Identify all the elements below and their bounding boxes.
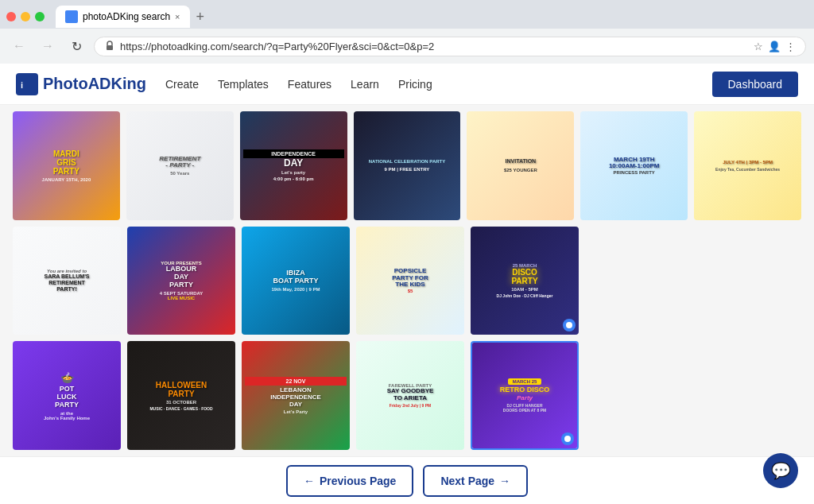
card-july4[interactable]: JULY 4TH | 3PM - 5PM Enjoy Tea, Cucumber… bbox=[694, 111, 801, 220]
address-bar[interactable]: https://photoadking.com/search/?q=Party%… bbox=[94, 37, 806, 56]
card-independence-content: INDEPENDENCE DAY Let's party 4:00 pm - 6… bbox=[240, 111, 347, 220]
card-sara-content: You are invited to Sara Bellum'sRetireme… bbox=[13, 227, 121, 335]
svg-rect-1 bbox=[107, 45, 113, 50]
card-potluck-title: POTLUCKPARTY bbox=[55, 386, 79, 409]
card-invitation-title: Invitation bbox=[506, 158, 537, 165]
chat-button[interactable]: 💬 bbox=[763, 453, 798, 488]
secure-icon bbox=[104, 41, 115, 52]
card-ibiza-date: 19th May, 2020 | 9 PM bbox=[272, 287, 320, 292]
previous-page-button[interactable]: ← Previous Page bbox=[286, 465, 414, 497]
next-arrow-icon: → bbox=[499, 475, 510, 487]
card-farewell-date: Friday 2nd July | 9 PM bbox=[390, 403, 432, 408]
card-july4-subtitle: Enjoy Tea, Cucumber Sandwiches bbox=[715, 167, 780, 172]
card-potluck-host: at theJohn's Family Home bbox=[44, 411, 90, 421]
reload-button[interactable]: ↻ bbox=[65, 35, 87, 57]
navbar: i PhotoADKing Create Templates Features … bbox=[0, 64, 814, 105]
nav-links: Create Templates Features Learn Pricing bbox=[165, 78, 712, 91]
card-mardi-subtitle: JANUARY 15TH, 2020 bbox=[42, 177, 91, 182]
empty-row2 bbox=[585, 227, 801, 335]
card-lebanon-title: LEBANONINDEPENDENCEDAY bbox=[270, 387, 321, 408]
card-mardi-title: MARDIGrisParty bbox=[53, 149, 79, 176]
card-retro-doors: DOORS OPEN AT 8 PM bbox=[503, 408, 546, 413]
card-retirement-title: RETIREMENT- party - bbox=[159, 156, 200, 170]
menu-icon[interactable]: ⋮ bbox=[785, 41, 796, 52]
card-halloween-content: HALLOWEENPARTY 31 OCTOBER MUSIC · DANCE … bbox=[127, 341, 235, 450]
card-celebration-top: NATIONAL CELEBRATION PARTY bbox=[369, 159, 446, 164]
next-page-label: Next Page bbox=[440, 475, 494, 487]
back-button[interactable]: ← bbox=[8, 35, 30, 57]
row-3: 🍲 POTLUCKPARTY at theJohn's Family Home … bbox=[13, 341, 801, 450]
url-text: https://photoadking.com/search/?q=Party%… bbox=[120, 41, 434, 52]
card-farewell-content: FAREWELL PARTY SAY GOODBYETO ARIETA Frid… bbox=[356, 341, 464, 450]
card-disco-title: DISCOPARTY bbox=[511, 268, 537, 285]
card-farewell-title: SAY GOODBYETO ARIETA bbox=[387, 388, 434, 402]
card-potluck-content: 🍲 POTLUCKPARTY at theJohn's Family Home bbox=[13, 341, 121, 450]
card-mardi-gras[interactable]: MARDIGrisParty JANUARY 15TH, 2020 bbox=[13, 111, 120, 220]
card-celebration[interactable]: NATIONAL CELEBRATION PARTY 9 PM | FREE E… bbox=[354, 111, 461, 220]
card-farewell[interactable]: FAREWELL PARTY SAY GOODBYETO ARIETA Frid… bbox=[356, 341, 464, 450]
card-retro-party: Party bbox=[517, 394, 533, 401]
nav-learn[interactable]: Learn bbox=[351, 78, 379, 91]
close-window-dot[interactable] bbox=[6, 12, 16, 21]
logo[interactable]: i PhotoADKing bbox=[16, 73, 146, 95]
address-bar-icons: ☆ 👤 ⋮ bbox=[754, 41, 796, 52]
card-halloween[interactable]: HALLOWEENPARTY 31 OCTOBER MUSIC · DANCE … bbox=[127, 341, 235, 450]
card-retro-date-badge: MARCH 25 bbox=[508, 378, 542, 385]
browser-tabs: photoADKing search × + bbox=[0, 0, 814, 29]
card-labour-music: LIVE MUSIC bbox=[168, 296, 195, 300]
forward-button[interactable]: → bbox=[37, 35, 59, 57]
card-sara-title: Sara Bellum'sRetirementParty! bbox=[44, 273, 89, 292]
tab-favicon bbox=[65, 10, 78, 23]
active-tab[interactable]: photoADKing search × bbox=[56, 6, 190, 28]
nav-create[interactable]: Create bbox=[165, 78, 199, 91]
svg-text:i: i bbox=[21, 80, 23, 90]
minimize-window-dot[interactable] bbox=[21, 12, 30, 21]
card-invitation[interactable]: Invitation $25 YOUNGER bbox=[467, 111, 574, 220]
card-labour-day[interactable]: YOUR PRESENTS LABOURDAYPARTY 4 SEPT SATU… bbox=[127, 227, 235, 335]
svg-point-0 bbox=[68, 13, 76, 21]
nav-features[interactable]: Features bbox=[288, 78, 331, 91]
next-page-button[interactable]: Next Page → bbox=[423, 465, 528, 497]
cards-grid: MARDIGrisParty JANUARY 15TH, 2020 RETIRE… bbox=[13, 111, 801, 450]
card-retro-disco[interactable]: MARCH 25 RETRO DISCO Party DJ CLIFF HANG… bbox=[471, 341, 579, 450]
card-labour-date: 4 SEPT SATURDAY bbox=[160, 291, 204, 296]
new-tab-button[interactable]: + bbox=[193, 9, 208, 25]
empty-row3 bbox=[585, 341, 801, 450]
bookmark-icon[interactable]: ☆ bbox=[754, 41, 763, 52]
card-lebanon-subtitle: Let's Party bbox=[284, 409, 308, 414]
card-popsicle-content: POPSICLEPARTY FORTHE KIDS $5 bbox=[356, 227, 464, 335]
card-march19-title: MARCH 19TH10:00AM-1:00PM bbox=[609, 157, 660, 171]
tab-close-button[interactable]: × bbox=[175, 12, 180, 21]
card-july4-content: JULY 4TH | 3PM - 5PM Enjoy Tea, Cucumber… bbox=[694, 111, 801, 220]
card-march19-content: MARCH 19TH10:00AM-1:00PM PRINCESS PARTY bbox=[580, 111, 688, 220]
card-retro-content: MARCH 25 RETRO DISCO Party DJ CLIFF HANG… bbox=[472, 343, 577, 448]
card-popsicle-title: POPSICLEPARTY FORTHE KIDS bbox=[392, 268, 428, 289]
prev-page-label: Previous Page bbox=[320, 475, 397, 487]
card-disco-party[interactable]: 25 MARCH DISCOPARTY 10AM - 5PM DJ John D… bbox=[471, 227, 579, 335]
card-independence-day[interactable]: INDEPENDENCE DAY Let's party 4:00 pm - 6… bbox=[240, 111, 347, 220]
card-sara-bellum[interactable]: You are invited to Sara Bellum'sRetireme… bbox=[13, 227, 121, 335]
dashboard-button[interactable]: Dashboard bbox=[712, 72, 799, 97]
card-celebration-content: NATIONAL CELEBRATION PARTY 9 PM | FREE E… bbox=[354, 111, 461, 220]
card-potluck-icon: 🍲 bbox=[60, 371, 74, 384]
card-halloween-title: HALLOWEENPARTY bbox=[156, 381, 207, 398]
card-labour-title: LABOURDAYPARTY bbox=[166, 266, 197, 289]
card-popsicle[interactable]: POPSICLEPARTY FORTHE KIDS $5 bbox=[356, 227, 464, 335]
website-content: i PhotoADKing Create Templates Features … bbox=[0, 64, 814, 504]
card-potluck[interactable]: 🍲 POTLUCKPARTY at theJohn's Family Home bbox=[13, 341, 121, 450]
card-retro-title: RETRO DISCO bbox=[500, 386, 550, 394]
card-lebanon-date: 22 NOV bbox=[245, 377, 347, 386]
address-bar-row: ← → ↻ https://photoadking.com/search/?q=… bbox=[0, 29, 814, 64]
card-halloween-desc: MUSIC · DANCE · GAMES · FOOD bbox=[149, 406, 212, 411]
card-disco-dj: DJ John Doe · DJ Cliff Hanger bbox=[497, 293, 553, 298]
account-icon[interactable]: 👤 bbox=[768, 41, 781, 52]
card-lebanon[interactable]: 22 NOV LEBANONINDEPENDENCEDAY Let's Part… bbox=[242, 341, 350, 450]
card-ibiza-boat[interactable]: IbizaBOAT PARTY 19th May, 2020 | 9 PM bbox=[242, 227, 350, 335]
maximize-window-dot[interactable] bbox=[35, 12, 45, 21]
chat-icon: 💬 bbox=[771, 461, 791, 480]
card-mardi-content: MARDIGrisParty JANUARY 15TH, 2020 bbox=[13, 111, 120, 220]
card-retirement[interactable]: RETIREMENT- party - 50 Years bbox=[126, 111, 234, 220]
nav-pricing[interactable]: Pricing bbox=[398, 78, 432, 91]
card-march19[interactable]: MARCH 19TH10:00AM-1:00PM PRINCESS PARTY bbox=[580, 111, 688, 220]
nav-templates[interactable]: Templates bbox=[218, 78, 269, 91]
